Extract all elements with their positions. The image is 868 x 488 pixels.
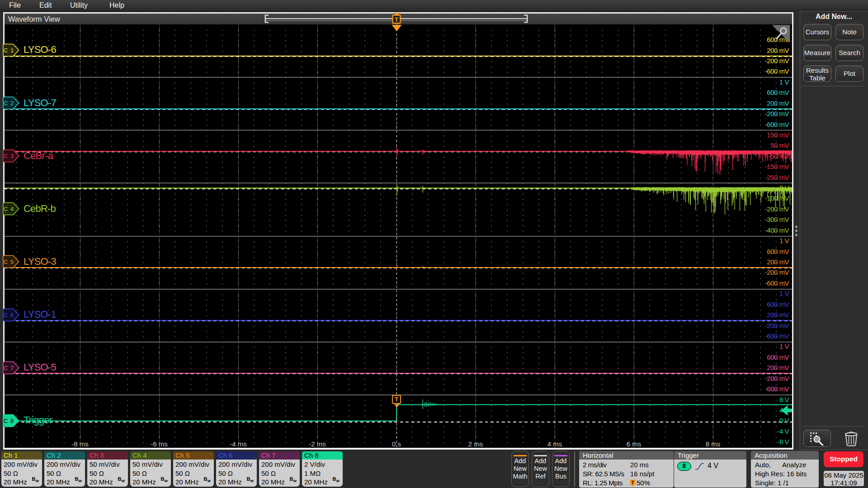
svg-text:C 4: C 4 [4, 206, 14, 212]
svg-text:C 8: C 8 [4, 418, 14, 424]
svg-text:C 7: C 7 [4, 365, 14, 371]
svg-text:T: T [631, 480, 634, 485]
svg-text:C 2: C 2 [4, 100, 14, 107]
svg-text:C 1: C 1 [4, 47, 14, 54]
svg-text:C 5: C 5 [4, 258, 14, 265]
svg-text:C 6: C 6 [4, 312, 14, 319]
svg-text:C 3: C 3 [4, 153, 14, 160]
svg-text:T: T [395, 16, 399, 23]
